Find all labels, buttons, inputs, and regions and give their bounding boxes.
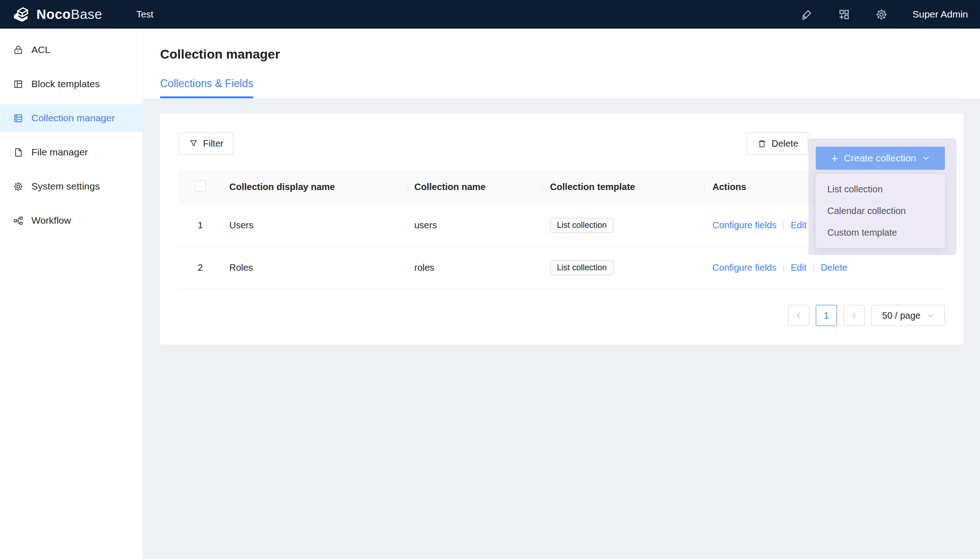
row-index: 1	[179, 204, 222, 247]
edit-link[interactable]: Edit	[791, 262, 807, 273]
template-tag: List collection	[550, 260, 614, 275]
navbar-menu: Test	[128, 5, 162, 24]
page-title: Collection manager	[160, 47, 963, 62]
header-collection-template: Collection template	[543, 170, 705, 204]
configure-fields-link[interactable]: Configure fields	[712, 220, 777, 230]
sidebar-item-label: Block templates	[31, 78, 100, 89]
trash-icon	[757, 139, 767, 149]
layout-icon	[13, 79, 24, 89]
filter-button[interactable]: Filter	[179, 132, 233, 155]
chevron-right-icon	[850, 312, 858, 319]
sidebar-item-label: System settings	[31, 181, 100, 192]
header-collection-name: Collection name	[407, 170, 543, 204]
action-divider: |	[783, 263, 785, 273]
sidebar-item-collection-manager[interactable]: Collection manager	[0, 104, 143, 132]
menu-item-calendar-collection[interactable]: Calendar collection	[816, 200, 945, 222]
next-page-button[interactable]	[843, 305, 865, 326]
content-header: Collection manager Collections & Fields	[143, 29, 980, 99]
workflow-icon	[13, 215, 24, 226]
delete-button[interactable]: Delete	[747, 132, 808, 155]
filter-icon	[189, 139, 198, 149]
cell-collection-name: users	[407, 204, 543, 247]
cell-display-name: Users	[222, 204, 407, 247]
prev-page-button[interactable]	[788, 305, 809, 326]
tab-bar: Collections & Fields	[160, 77, 963, 99]
nocobase-logo-icon	[12, 6, 31, 23]
delete-button-label: Delete	[771, 138, 798, 149]
logo-bold: Noco	[36, 7, 71, 22]
chevron-down-icon	[927, 312, 934, 319]
navbar-right: Super Admin	[801, 8, 968, 21]
pagination: 1 50 / page	[179, 305, 945, 326]
sidebar-item-label: File manager	[31, 147, 88, 158]
sidebar-item-label: Workflow	[31, 215, 71, 226]
add-block-icon[interactable]	[838, 8, 850, 21]
chevron-left-icon	[795, 312, 802, 319]
nocobase-app: NocoBase Test	[0, 0, 980, 559]
sidebar: ACL Block templates	[0, 29, 143, 559]
header-collection-display-name: Collection display name	[222, 170, 407, 204]
page-size-select[interactable]: 50 / page	[871, 305, 945, 326]
action-divider: |	[783, 221, 785, 230]
cell-collection-name: roles	[407, 247, 543, 289]
main-content: Collection manager Collections & Fields	[143, 29, 980, 559]
lock-icon	[13, 45, 24, 55]
top-navbar: NocoBase Test	[0, 0, 980, 29]
template-tag: List collection	[550, 218, 614, 233]
page-1-button[interactable]: 1	[816, 305, 837, 326]
create-collection-button[interactable]: + Create collection	[816, 147, 945, 170]
sidebar-item-label: ACL	[31, 44, 50, 55]
gear-icon	[13, 181, 24, 192]
sidebar-item-system-settings[interactable]: System settings	[0, 172, 143, 200]
nav-item-test[interactable]: Test	[128, 5, 162, 24]
create-collection-label: Create collection	[844, 153, 916, 164]
gear-icon[interactable]	[875, 8, 888, 21]
filter-button-label: Filter	[203, 138, 223, 149]
file-icon	[13, 147, 24, 158]
page-size-value: 50 / page	[882, 310, 920, 321]
cell-display-name: Roles	[222, 247, 407, 289]
create-collection-dropdown: List collection Calendar collection Cust…	[816, 174, 945, 248]
logo-text: NocoBase	[36, 7, 102, 22]
sidebar-item-workflow[interactable]: Workflow	[0, 207, 143, 234]
sidebar-item-acl[interactable]: ACL	[0, 36, 143, 64]
user-menu[interactable]: Super Admin	[913, 9, 968, 20]
logo-light: Base	[71, 7, 102, 22]
configure-fields-link[interactable]: Configure fields	[712, 262, 777, 273]
logo: NocoBase	[12, 6, 102, 23]
highlighter-icon[interactable]	[801, 8, 813, 21]
menu-item-custom-template[interactable]: Custom template	[816, 222, 945, 244]
row-index: 2	[179, 247, 222, 289]
plus-icon: +	[831, 153, 838, 164]
edit-link[interactable]: Edit	[791, 220, 807, 230]
collection-icon	[13, 113, 24, 124]
chevron-down-icon	[922, 155, 930, 162]
tab-collections-fields[interactable]: Collections & Fields	[160, 77, 253, 98]
action-divider: |	[813, 263, 815, 273]
select-all-checkbox[interactable]	[195, 180, 206, 191]
delete-link[interactable]: Delete	[821, 262, 848, 273]
sidebar-item-label: Collection manager	[31, 113, 115, 124]
menu-item-list-collection[interactable]: List collection	[816, 178, 945, 200]
sidebar-item-block-templates[interactable]: Block templates	[0, 70, 143, 98]
sidebar-item-file-manager[interactable]: File manager	[0, 138, 143, 166]
